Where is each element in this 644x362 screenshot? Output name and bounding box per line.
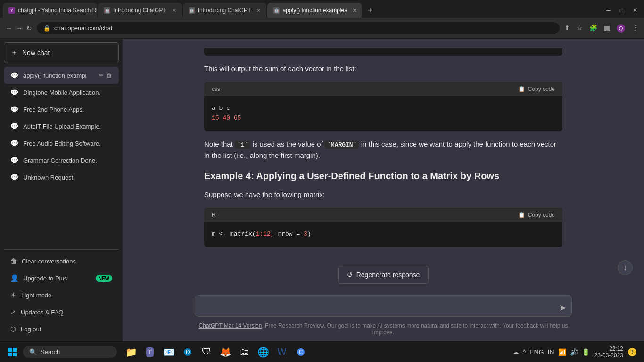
- tab-3[interactable]: 🤖 Introducing ChatGPT ✕: [183, 3, 267, 18]
- edit-icon-0[interactable]: ✏: [99, 72, 104, 79]
- chat-item-1-label: Dingtone Mobile Application.: [23, 89, 112, 96]
- chat-item-5[interactable]: 💬 Grammar Correction Done.: [4, 152, 119, 169]
- star-icon[interactable]: ☆: [577, 24, 583, 33]
- copy-code-2-button[interactable]: 📋 Copy code: [518, 212, 555, 218]
- tab-2[interactable]: 🤖 Introducing ChatGPT ✕: [98, 3, 182, 18]
- inline-code-2: `MARGIN`: [325, 141, 359, 149]
- taskbar-app-mail[interactable]: 📧: [160, 344, 177, 361]
- tab-4-close[interactable]: ✕: [353, 8, 357, 14]
- wifi-icon[interactable]: 📶: [558, 348, 566, 356]
- chevron-down-icon: ↓: [623, 263, 627, 272]
- log-out-label: Log out: [21, 326, 41, 333]
- date-display: 23-03-2023: [594, 352, 623, 359]
- reload-button[interactable]: ↻: [26, 25, 32, 32]
- trash-icon-0[interactable]: 🗑: [107, 72, 112, 79]
- notification-dot[interactable]: !: [628, 348, 636, 356]
- footer-link[interactable]: ChatGPT Mar 14 Version: [199, 322, 262, 329]
- svg-rect-1: [13, 348, 17, 352]
- close-window-button[interactable]: ✕: [633, 7, 637, 14]
- url-input[interactable]: 🔒 chat.openai.com/chat: [37, 22, 560, 34]
- code-line-1-2: 15 40 65: [212, 114, 555, 123]
- footer-text: ChatGPT Mar 14 Version. Free Research Pr…: [195, 322, 572, 336]
- taskbar-app-edge[interactable]: 🌐: [255, 344, 272, 361]
- taskbar-app-word[interactable]: W: [273, 344, 290, 361]
- send-button[interactable]: ➤: [559, 303, 566, 313]
- upgrade-to-plus-action[interactable]: 👤 Upgrade to Plus NEW: [4, 270, 119, 287]
- battery-icon[interactable]: 🔋: [582, 348, 590, 356]
- mail-icon: 📧: [163, 346, 175, 358]
- external-link-icon: ↗: [10, 308, 16, 316]
- taskbar-app-firefox[interactable]: 🦊: [217, 344, 234, 361]
- clear-conversations-action[interactable]: 🗑 Clear conversations: [4, 253, 119, 270]
- taskbar-app-chrome[interactable]: C: [292, 344, 309, 361]
- new-tab-button[interactable]: +: [363, 6, 377, 16]
- chat-input[interactable]: [195, 295, 572, 317]
- taskbar-app-teams[interactable]: T: [141, 344, 158, 361]
- chat-item-2[interactable]: 💬 Free 2nd Phone Apps.: [4, 101, 119, 118]
- chat-bottom: ➤ ChatGPT Mar 14 Version. Free Research …: [123, 289, 644, 341]
- dell-icon: D: [184, 348, 192, 356]
- taskbar-app-explorer[interactable]: 🗂: [236, 344, 253, 361]
- user-plus-icon: 👤: [10, 274, 18, 282]
- cloud-icon[interactable]: ☁: [512, 348, 519, 356]
- code-block-1: css 📋 Copy code a b c 15 40 65: [204, 82, 562, 131]
- tab-1[interactable]: Y chatgpt - Yahoo India Search Res... ✕: [3, 3, 97, 18]
- code-block-1-header: css 📋 Copy code: [204, 82, 562, 96]
- code-white-segment-2: , nrow =: [271, 230, 304, 238]
- profile-icon[interactable]: Q: [617, 24, 625, 33]
- menu-icon[interactable]: ⋮: [632, 24, 638, 33]
- chat-item-6[interactable]: 💬 Unknown Request: [4, 169, 119, 186]
- forward-button[interactable]: →: [16, 25, 23, 32]
- updates-faq-action[interactable]: ↗ Updates & FAQ: [4, 304, 119, 321]
- extensions-icon[interactable]: 🧩: [589, 24, 597, 33]
- chat-icon-0: 💬: [10, 72, 18, 79]
- taskbar-app-files[interactable]: 📁: [123, 344, 140, 361]
- chevron-up-icon[interactable]: ^: [523, 348, 526, 356]
- edge-icon: 🌐: [257, 346, 269, 358]
- start-button[interactable]: [4, 344, 21, 361]
- chat-item-0[interactable]: 💬 apply() function exampl ✏ 🗑: [4, 67, 119, 84]
- regenerate-response-button[interactable]: ↺ Regenerate response: [338, 266, 429, 284]
- chat-icon-3: 💬: [10, 123, 18, 130]
- code-body-2: m <- matrix(1:12, nrow = 3): [204, 222, 562, 247]
- taskbar-app-dell[interactable]: D: [179, 344, 196, 361]
- chat-content: This will output the sum of each vector …: [123, 39, 644, 266]
- copy-icon-2: 📋: [518, 212, 525, 218]
- explorer-icon: 🗂: [239, 346, 249, 357]
- light-mode-label: Light mode: [21, 292, 51, 299]
- sidebar-toggle[interactable]: ▥: [604, 24, 610, 33]
- chat-item-1[interactable]: 💬 Dingtone Mobile Application.: [4, 84, 119, 101]
- chat-item-4[interactable]: 💬 Free Audio Editing Software.: [4, 135, 119, 152]
- taskbar-app-security[interactable]: 🛡: [198, 344, 215, 361]
- chat-icon-4: 💬: [10, 140, 18, 147]
- nav-buttons: ← → ↻: [6, 25, 32, 32]
- tab-3-close[interactable]: ✕: [256, 8, 261, 14]
- code-white-segment: m <- matrix(: [212, 230, 256, 238]
- new-chat-button[interactable]: ＋ New chat: [4, 42, 119, 63]
- scroll-to-bottom-button[interactable]: ↓: [618, 260, 633, 275]
- share-icon[interactable]: ⬆: [564, 24, 570, 33]
- prose-note-1: Note that: [204, 140, 235, 148]
- clear-conversations-label: Clear conversations: [22, 258, 76, 265]
- chat-item-3[interactable]: 💬 AutoIT File Upload Example.: [4, 118, 119, 135]
- taskbar-search[interactable]: 🔍 Search: [23, 346, 117, 358]
- maximize-button[interactable]: □: [620, 7, 623, 14]
- upgrade-label: Upgrade to Plus: [23, 275, 67, 282]
- back-button[interactable]: ←: [6, 25, 12, 32]
- sun-icon: ☀: [10, 291, 17, 299]
- regenerate-label: Regenerate response: [356, 271, 420, 279]
- light-mode-action[interactable]: ☀ Light mode: [4, 287, 119, 304]
- lang-label: ENG: [529, 348, 544, 356]
- footer-description: . Free Research Preview. Our goal is to …: [262, 322, 568, 336]
- copy-code-1-button[interactable]: 📋 Copy code: [518, 86, 555, 92]
- log-out-action[interactable]: ⬡ Log out: [4, 321, 119, 337]
- minimize-button[interactable]: ─: [606, 7, 611, 14]
- copy-icon-1: 📋: [518, 86, 525, 92]
- volume-icon[interactable]: 🔊: [570, 348, 578, 356]
- new-chat-label: New chat: [22, 49, 50, 57]
- firefox-icon: 🦊: [220, 346, 231, 358]
- code-body-1: a b c 15 40 65: [204, 96, 562, 131]
- tab-4[interactable]: 🤖 apply() function examples ✕: [267, 3, 362, 18]
- tab-2-close[interactable]: ✕: [172, 8, 176, 14]
- code-red-segment-1: 1:12: [256, 230, 271, 238]
